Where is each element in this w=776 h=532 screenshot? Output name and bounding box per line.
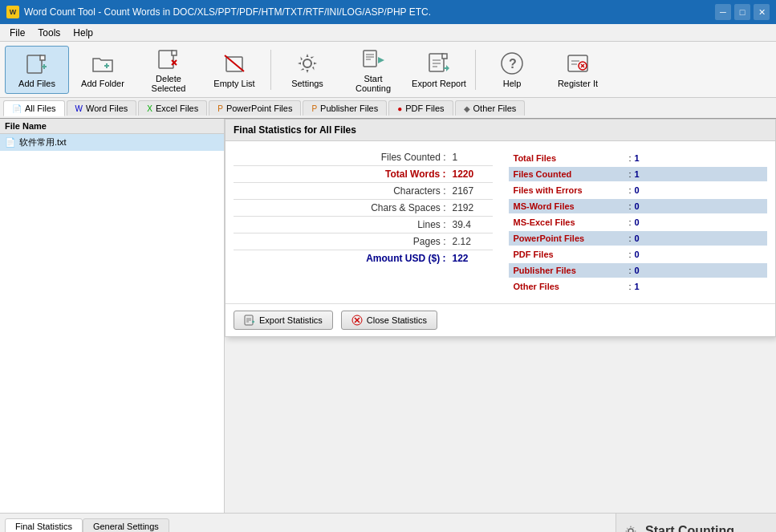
empty-list-label: Empty List (213, 79, 254, 88)
export-statistics-label: Export Statistics (259, 315, 323, 325)
register-it-label: Register It (558, 79, 598, 88)
stat-lines: Lines : 39.4 (234, 217, 493, 234)
minimize-button[interactable]: ─ (715, 4, 731, 20)
right-stat-total-files-label: Total Files (514, 153, 626, 163)
help-icon: ? (499, 51, 525, 76)
right-stat-excel-files: MS-Excel Files : 0 (509, 215, 768, 229)
stat-total-words: Total Words : 1220 (234, 166, 493, 183)
menu-help[interactable]: Help (67, 26, 100, 40)
export-report-label: Export Report (412, 79, 466, 88)
stat-files-counted-value: 1 (453, 152, 493, 163)
close-stats-icon (351, 315, 363, 326)
menu-file[interactable]: File (3, 26, 31, 40)
help-button[interactable]: ? Help (480, 46, 544, 94)
stat-chars-spaces-label: Chars & Spaces : (371, 202, 445, 213)
tab-all-files-label: All Files (25, 104, 56, 113)
help-label: Help (503, 79, 522, 88)
menu-tools[interactable]: Tools (31, 26, 67, 40)
right-stat-total-files: Total Files : 1 (509, 151, 768, 165)
stat-total-words-label: Total Words : (385, 169, 446, 180)
maximize-button[interactable]: □ (734, 4, 750, 20)
stats-popup-body: Files Counted : 1 Total Words : 1220 Cha… (225, 141, 775, 303)
toolbar-separator-2 (475, 50, 476, 90)
toolbar-separator-1 (270, 50, 271, 90)
file-list-header: File Name (0, 119, 224, 134)
stat-lines-label: Lines : (417, 219, 445, 230)
tab-pdf-files[interactable]: ● PDF Files (388, 100, 453, 116)
bottom-area: Final Statistics General Settings Final … (0, 513, 776, 532)
export-icon (244, 315, 255, 326)
register-it-button[interactable]: Register It (546, 46, 610, 94)
title-bar: W Word Count Tool - Count Words in DOC/X… (0, 0, 776, 24)
file-item-icon-0: 📄 (5, 137, 16, 148)
menu-bar: File Tools Help (0, 24, 776, 42)
register-it-icon (565, 51, 591, 76)
right-stat-excel-files-label: MS-Excel Files (514, 217, 626, 227)
app-icon: W (6, 6, 19, 18)
stat-chars-spaces: Chars & Spaces : 2192 (234, 200, 493, 217)
right-stat-ppt-files: PowerPoint Files : 0 (509, 231, 768, 246)
add-files-label: Add Files (18, 79, 55, 88)
svg-point-45 (628, 529, 633, 532)
tab-publisher-files[interactable]: P Publisher Files (303, 100, 387, 116)
start-counting-button[interactable]: Start Counting (341, 46, 405, 94)
right-stat-files-errors-value: 0 (635, 185, 640, 195)
stat-pages-label: Pages : (413, 236, 446, 247)
sidebar-title: Start Counting (623, 518, 770, 532)
settings-button[interactable]: Settings (275, 46, 339, 94)
stats-popup-actions: Export Statistics Close Statistics (225, 303, 775, 336)
file-list: File Name 📄 软件常用.txt (0, 119, 225, 513)
bottom-tab-general-settings[interactable]: General Settings (83, 518, 169, 532)
bottom-tab-header: Final Statistics General Settings (5, 518, 611, 532)
tab-other-files-icon: ◆ (464, 104, 470, 113)
right-stat-word-files: MS-Word Files : 0 (509, 199, 768, 213)
tab-pdf-files-label: PDF Files (405, 104, 444, 113)
file-item-name-0: 软件常用.txt (19, 136, 67, 148)
stat-files-counted: Files Counted : 1 (234, 149, 493, 166)
tab-publisher-files-icon: P (311, 104, 317, 113)
right-stat-pdf-files: PDF Files : 0 (509, 247, 768, 262)
stat-chars-spaces-value: 2192 (453, 202, 493, 213)
right-stat-other-files-value: 1 (635, 282, 640, 291)
tab-powerpoint-files[interactable]: P PowerPoint Files (209, 100, 301, 116)
start-counting-icon (360, 46, 386, 71)
tab-word-files-icon: W (75, 104, 83, 113)
file-item-0[interactable]: 📄 软件常用.txt (0, 134, 224, 151)
bottom-tab-final-stats[interactable]: Final Statistics (5, 518, 83, 532)
svg-marker-27 (446, 65, 449, 71)
right-stat-files-errors-label: Files with Errors (514, 185, 626, 195)
empty-list-button[interactable]: Empty List (202, 46, 266, 94)
svg-line-13 (225, 55, 244, 71)
stat-amount-label: Amount USD ($) : (366, 253, 445, 264)
stat-lines-value: 39.4 (453, 219, 493, 230)
tab-word-files[interactable]: W Word Files (67, 100, 137, 116)
add-files-button[interactable]: Add Files (5, 46, 69, 94)
right-stat-word-files-value: 0 (635, 201, 640, 211)
tab-pdf-files-icon: ● (397, 104, 402, 113)
tab-powerpoint-files-icon: P (217, 104, 223, 113)
right-stat-ppt-files-label: PowerPoint Files (514, 234, 626, 243)
export-report-button[interactable]: Export Report (407, 46, 471, 94)
close-button[interactable]: ✕ (754, 4, 770, 20)
tab-word-files-label: Word Files (86, 104, 128, 113)
tab-all-files-icon: 📄 (12, 104, 22, 113)
title-bar-text: Word Count Tool - Count Words in DOC/XLS… (24, 6, 431, 18)
add-folder-button[interactable]: Add Folder (71, 46, 135, 94)
svg-rect-2 (40, 55, 45, 60)
right-stat-publisher-files: Publisher Files : 0 (509, 263, 768, 278)
close-statistics-button[interactable]: Close Statistics (341, 311, 437, 330)
svg-rect-15 (364, 51, 376, 67)
tab-excel-files[interactable]: X Excel Files (138, 100, 207, 116)
tab-other-files[interactable]: ◆ Other Files (455, 100, 526, 116)
stat-pages: Pages : 2.12 (234, 234, 493, 250)
start-counting-label: Start Counting (345, 74, 401, 93)
gear-sidebar-icon (623, 523, 639, 532)
tab-excel-files-icon: X (147, 104, 152, 113)
right-stat-publisher-files-value: 0 (635, 266, 640, 275)
export-statistics-button[interactable]: Export Statistics (234, 311, 333, 330)
bottom-left: Final Statistics General Settings Final … (0, 514, 616, 532)
delete-selected-button[interactable]: Delete Selected (136, 46, 201, 94)
bottom-right-sidebar: Start Counting Report Cleaner (616, 514, 776, 532)
tab-all-files[interactable]: 📄 All Files (3, 100, 65, 116)
settings-label: Settings (291, 79, 323, 88)
